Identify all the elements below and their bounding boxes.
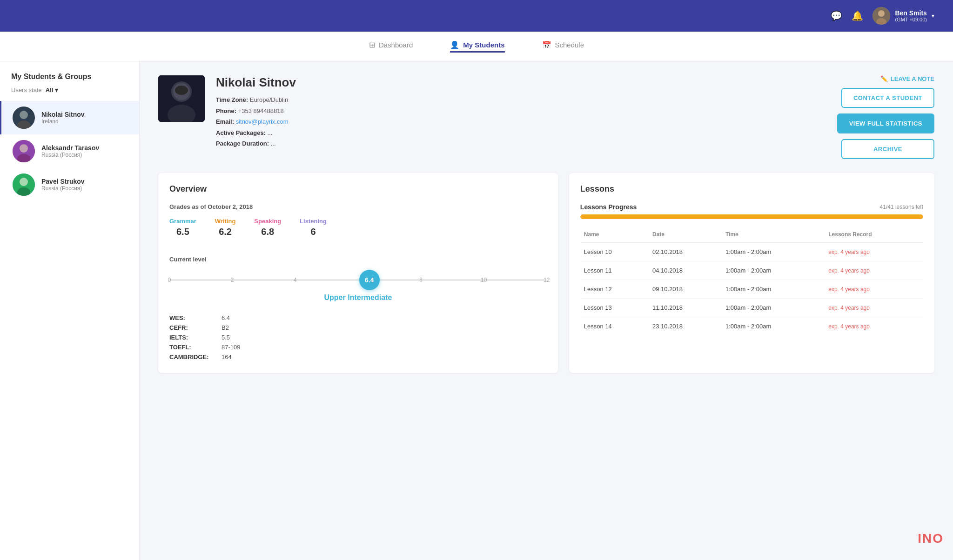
sidebar-item-aleksandr[interactable]: Aleksandr Tarasov Russia (Россия) <box>0 134 139 168</box>
profile-duration: Package Duration: ... <box>216 139 826 148</box>
level-name: Upper Intermediate <box>169 293 547 302</box>
student-avatar-pavel <box>13 173 35 196</box>
scale-tick-10: 10 <box>481 277 487 283</box>
toefl-val: 87-109 <box>221 344 240 351</box>
lower-section: Overview Grades as of October 2, 2018 Gr… <box>158 173 934 373</box>
student-info-nikolai: Nikolai Sitnov Ireland <box>41 111 85 125</box>
stat-cefr: CEFR: B2 <box>169 323 547 333</box>
table-row: Lesson 12 09.10.2018 1:00am - 2:00am exp… <box>580 280 923 299</box>
lessons-table-header-row: Name Date Time Lessons Record <box>580 228 923 243</box>
student-info-aleksandr: Aleksandr Tarasov Russia (Россия) <box>41 144 99 158</box>
lesson-name: Lesson 13 <box>580 299 649 317</box>
lesson-record: exp. 4 years ago <box>825 317 923 336</box>
progress-bar-fill <box>580 214 923 219</box>
user-details: Ben Smits (GMT +09:00) <box>895 9 927 22</box>
student-avatar-nikolai <box>13 107 35 129</box>
users-state-label: Users state <box>11 87 42 93</box>
nav-dashboard-label: Dashboard <box>379 41 413 49</box>
profile-timezone: Time Zone: Europe/Dublin <box>216 95 826 105</box>
pencil-icon: ✏️ <box>880 75 888 82</box>
lesson-record: exp. 4 years ago <box>825 280 923 299</box>
nav-item-my-students[interactable]: 👤 My Students <box>450 40 504 53</box>
view-statistics-button[interactable]: VIEW FULL STATISTICS <box>837 113 934 133</box>
duration-label: Package Duration: <box>216 140 269 147</box>
toefl-key: TOEFL: <box>169 344 216 351</box>
contact-student-button[interactable]: CONTACT A STUDENT <box>841 88 934 108</box>
nav-item-dashboard[interactable]: ⊞ Dashboard <box>369 40 413 53</box>
current-level-label: Current level <box>169 256 547 263</box>
listening-value: 6 <box>310 227 315 237</box>
schedule-icon: 📅 <box>542 40 551 49</box>
lessons-card: Lessons Lessons Progress 41/41 lessons l… <box>569 173 934 373</box>
leave-note-label: LEAVE A NOTE <box>891 75 934 82</box>
users-state-row: Users state All ▾ <box>0 87 139 93</box>
leave-note-button[interactable]: ✏️ LEAVE A NOTE <box>880 75 934 82</box>
cefr-key: CEFR: <box>169 324 216 331</box>
profile-info: Nikolai Sitnov Time Zone: Europe/Dublin … <box>216 75 826 150</box>
stat-ielts: IELTS: 5.5 <box>169 333 547 342</box>
email-label: Email: <box>216 118 234 125</box>
svg-point-10 <box>20 178 28 186</box>
nav-item-schedule[interactable]: 📅 Schedule <box>542 40 584 53</box>
users-state-value: All <box>46 87 54 93</box>
wes-val: 6.4 <box>221 314 230 321</box>
stat-wes: WES: 6.4 <box>169 313 547 323</box>
packages-label: Active Packages: <box>216 129 266 136</box>
col-date: Date <box>649 228 722 243</box>
overview-card: Overview Grades as of October 2, 2018 Gr… <box>158 173 558 373</box>
writing-value: 6.2 <box>219 227 232 237</box>
svg-point-7 <box>20 144 28 153</box>
packages-value: ... <box>268 129 273 136</box>
user-menu[interactable]: Ben Smits (GMT +09:00) ▾ <box>872 7 934 25</box>
col-time: Time <box>722 228 825 243</box>
speaking-value: 6.8 <box>261 227 274 237</box>
email-value[interactable]: sitnov@playrix.com <box>236 118 289 125</box>
sidebar: My Students & Groups Users state All ▾ N… <box>0 61 140 560</box>
grade-speaking: Speaking 6.8 <box>254 218 281 237</box>
student-country-pavel: Russia (Россия) <box>41 185 85 192</box>
bell-icon[interactable]: 🔔 <box>852 10 863 21</box>
scale-tick-4: 4 <box>294 277 297 283</box>
lesson-record: exp. 4 years ago <box>825 299 923 317</box>
col-name: Name <box>580 228 649 243</box>
lessons-table: Name Date Time Lessons Record Lesson 10 … <box>580 228 923 335</box>
level-section: Current level 0 2 4 8 10 12 6.4 <box>169 256 547 302</box>
table-row: Lesson 13 11.10.2018 1:00am - 2:00am exp… <box>580 299 923 317</box>
main-layout: My Students & Groups Users state All ▾ N… <box>0 61 953 560</box>
sidebar-item-nikolai[interactable]: Nikolai Sitnov Ireland <box>0 101 139 134</box>
grade-grammar: Grammar 6.5 <box>169 218 196 237</box>
chat-icon[interactable]: 💬 <box>831 10 842 21</box>
scale-tick-12: 12 <box>544 277 550 283</box>
users-state-dropdown[interactable]: All ▾ <box>46 87 59 93</box>
student-name-nikolai: Nikolai Sitnov <box>41 111 85 118</box>
stat-toefl: TOEFL: 87-109 <box>169 342 547 352</box>
student-name-aleksandr: Aleksandr Tarasov <box>41 144 99 152</box>
archive-button[interactable]: ARCHIVE <box>841 139 934 159</box>
bubble-value: 6.4 <box>365 276 374 284</box>
overview-title: Overview <box>169 184 547 194</box>
lesson-time: 1:00am - 2:00am <box>722 299 825 317</box>
level-scale-container: 0 2 4 8 10 12 6.4 <box>169 268 547 292</box>
stats-table: WES: 6.4 CEFR: B2 IELTS: 5.5 TOEFL: 87-1… <box>169 313 547 362</box>
lesson-name: Lesson 11 <box>580 261 649 280</box>
grammar-value: 6.5 <box>176 227 189 237</box>
scale-tick-8: 8 <box>419 277 423 283</box>
profile-photo <box>158 75 205 122</box>
lesson-date: 11.10.2018 <box>649 299 722 317</box>
header-icons: 💬 🔔 Ben Smits (GMT +09:00) ▾ <box>831 7 934 25</box>
sidebar-item-pavel[interactable]: Pavel Strukov Russia (Россия) <box>0 168 139 201</box>
main-nav: ⊞ Dashboard 👤 My Students 📅 Schedule <box>0 32 953 61</box>
dashboard-icon: ⊞ <box>369 40 375 49</box>
top-header: 💬 🔔 Ben Smits (GMT +09:00) ▾ <box>0 0 953 32</box>
grammar-label: Grammar <box>169 218 196 225</box>
user-avatar <box>872 7 890 25</box>
svg-point-16 <box>175 86 188 95</box>
nav-students-label: My Students <box>463 41 504 49</box>
svg-point-4 <box>20 111 28 119</box>
stat-cambridge: CAMBRIDGE: 164 <box>169 352 547 362</box>
ielts-val: 5.5 <box>221 334 230 341</box>
table-row: Lesson 11 04.10.2018 1:00am - 2:00am exp… <box>580 261 923 280</box>
timezone-label: Time Zone: <box>216 96 248 103</box>
profile-section: Nikolai Sitnov Time Zone: Europe/Dublin … <box>158 75 934 159</box>
scale-line <box>169 280 547 281</box>
